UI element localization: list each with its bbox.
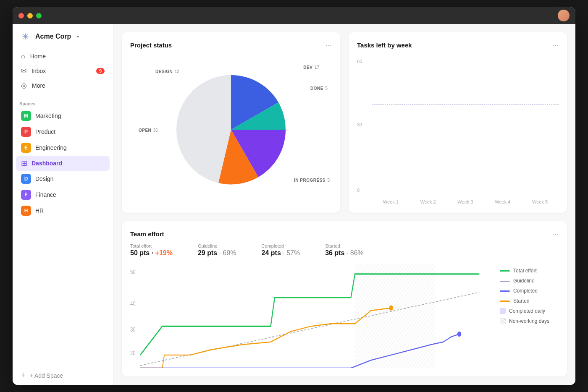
inbox-icon: ✉ (21, 67, 26, 75)
sidebar-item-hr[interactable]: H HR (16, 203, 110, 219)
product-label: Product (35, 128, 55, 135)
tasks-menu[interactable]: ··· (552, 41, 559, 50)
sidebar-item-engineering[interactable]: E Engineering (16, 140, 110, 156)
sidebar-item-finance[interactable]: F Finance (16, 187, 110, 203)
stat-total-effort: Total effort 50 pts · +19% (130, 243, 173, 257)
design-label: Design (35, 175, 54, 182)
team-effort-menu[interactable]: ··· (552, 230, 559, 238)
week3-label: Week 3 (447, 199, 484, 204)
project-status-menu[interactable]: ··· (326, 41, 332, 50)
pie-chart (164, 63, 298, 197)
total-effort-value: 50 pts · +19% (130, 249, 173, 257)
hr-space-icon: H (21, 206, 31, 216)
total-effort-pts: 50 pts (130, 249, 150, 256)
engineering-label: Engineering (35, 144, 67, 151)
close-button[interactable] (18, 13, 24, 18)
legend-guideline: Guideline (500, 278, 559, 284)
sidebar-item-product[interactable]: P Product (16, 124, 110, 140)
in-progress-label: IN PROGRESS 5 (294, 176, 330, 183)
x-labels: Week 1 Week 2 Week 3 Week 4 Week 5 (372, 199, 559, 204)
sidebar-nav: ⌂ Home ✉ Inbox 9 ◎ More (13, 46, 113, 96)
logo-star-icon: ✳ (22, 31, 29, 42)
completed-endpoint (457, 332, 462, 337)
titlebar (13, 7, 575, 24)
svg-text:40: 40 (130, 300, 136, 307)
started-label: Started (325, 243, 364, 248)
completed-label: Completed (262, 243, 300, 248)
add-space-label: + Add Space (30, 372, 63, 379)
legend-non-working: Non-working days (500, 318, 559, 324)
minimize-button[interactable] (27, 13, 33, 18)
sidebar-item-inbox[interactable]: ✉ Inbox 9 (16, 63, 110, 78)
total-effort-label: Total effort (130, 243, 173, 248)
sidebar-item-marketing[interactable]: M Marketing (16, 108, 110, 124)
non-working-days (355, 264, 435, 368)
dashboard-icon: ⊞ (21, 159, 27, 168)
guideline-value: 29 pts · 69% (198, 249, 236, 257)
y-label-0: 0 (357, 188, 360, 193)
bars-area (372, 55, 559, 194)
user-avatar[interactable] (558, 10, 570, 21)
engineering-space-icon: E (21, 143, 31, 153)
home-icon: ⌂ (21, 52, 25, 60)
svg-text:20: 20 (130, 349, 136, 356)
legend-started-label: Started (513, 298, 530, 304)
done-label: DONE 5 (310, 84, 328, 91)
legend-completed-daily: Completed daily (500, 308, 559, 314)
company-name: Acme Corp (35, 33, 71, 40)
legend-non-working-label: Non-working days (509, 318, 549, 324)
sidebar: ✳ Acme Corp ▾ ⌂ Home ✉ Inbox 9 ◎ More (13, 24, 113, 385)
guideline-label: Guideline (198, 243, 236, 248)
started-value: 36 pts · 86% (325, 249, 364, 257)
sidebar-item-home[interactable]: ⌂ Home (16, 49, 110, 63)
started-pts: 36 pts (325, 249, 344, 256)
team-effort-card: Team effort ··· Total effort 50 pts · +1… (122, 221, 567, 376)
guideline (372, 104, 559, 105)
sidebar-item-more-label: More (32, 82, 45, 89)
svg-text:30: 30 (130, 326, 136, 333)
week5-label: Week 5 (521, 199, 559, 204)
y-label-30: 30 (357, 122, 362, 127)
legend-total-effort-line (500, 270, 510, 272)
stat-completed: Completed 24 pts · 57% (262, 243, 300, 257)
marketing-label: Marketing (35, 112, 61, 119)
sidebar-bottom: + + Add Space (13, 366, 113, 385)
completed-pts: 24 pts (262, 249, 281, 256)
legend-completed-daily-label: Completed daily (509, 308, 545, 314)
maximize-button[interactable] (36, 13, 42, 18)
week4-label: Week 4 (484, 199, 521, 204)
tasks-by-week-card: Tasks left by week ··· 60 30 0 (349, 32, 567, 213)
legend-guideline-label: Guideline (513, 278, 535, 284)
finance-space-icon: F (21, 190, 31, 200)
sidebar-item-design[interactable]: D Design (16, 171, 110, 187)
total-effort-extra: +19% (155, 249, 173, 256)
sidebar-item-more[interactable]: ◎ More (16, 78, 110, 93)
pie-chart-area: DEV 17 DONE 5 IN PROGRESS 5 OPEN (130, 55, 332, 204)
company-header[interactable]: ✳ Acme Corp ▾ (13, 24, 113, 46)
project-status-header: Project status ··· (130, 41, 332, 50)
design-space-icon: D (21, 174, 31, 184)
legend-started-line (500, 301, 510, 302)
product-space-icon: P (21, 127, 31, 137)
week2-label: Week 2 (410, 199, 447, 204)
more-icon: ◎ (21, 81, 27, 89)
team-effort-header: Team effort ··· (130, 230, 559, 238)
started-endpoint (389, 306, 393, 311)
dashboard-label: Dashboard (32, 160, 62, 167)
team-effort-title: Team effort (130, 230, 164, 238)
stat-guideline: Guideline 29 pts · 69% (198, 243, 236, 257)
sidebar-item-dashboard[interactable]: ⊞ Dashboard (16, 156, 110, 171)
y-label-60: 60 (357, 59, 362, 64)
legend-guideline-line (500, 281, 510, 282)
guideline-pts: 29 pts (198, 249, 217, 256)
charts-row: Project status ··· (122, 32, 567, 213)
add-space-button[interactable]: + + Add Space (16, 368, 110, 383)
legend-total-effort-label: Total effort (513, 268, 537, 274)
tasks-title: Tasks left by week (357, 42, 412, 49)
effort-legend: Total effort Guideline Completed St (500, 264, 559, 368)
app-body: ✳ Acme Corp ▾ ⌂ Home ✉ Inbox 9 ◎ More (13, 24, 575, 385)
sidebar-item-inbox-label: Inbox (32, 68, 46, 74)
app-window: ✳ Acme Corp ▾ ⌂ Home ✉ Inbox 9 ◎ More (13, 7, 575, 385)
completed-value: 24 pts · 57% (262, 249, 300, 257)
legend-completed-daily-rect (500, 308, 506, 314)
